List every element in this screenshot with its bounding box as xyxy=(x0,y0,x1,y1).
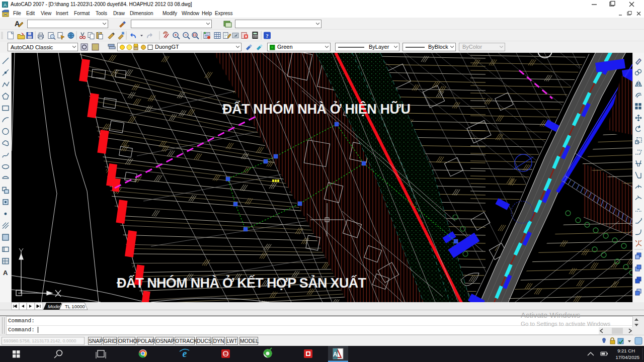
svg-text:ĐẤT NHÓM NHÀ Ở KẾT HỢP SẢN XUẤ: ĐẤT NHÓM NHÀ Ở KẾT HỢP SẢN XUẤT xyxy=(117,275,367,291)
svg-text:ĐẤT NHÓM NHÀ Ở HIỆN HỮU: ĐẤT NHÓM NHÀ Ở HIỆN HỮU xyxy=(222,101,411,117)
svg-text:TL 10000: TL 10000 xyxy=(65,304,85,309)
svg-text:A: A xyxy=(3,269,8,277)
svg-text:17/04/2025: 17/04/2025 xyxy=(615,354,639,360)
svg-text:Model: Model xyxy=(48,304,61,309)
svg-text:?: ? xyxy=(266,33,269,39)
svg-text:A: A xyxy=(333,351,338,358)
svg-text:A: A xyxy=(4,3,7,8)
svg-text:9:21 CH: 9:21 CH xyxy=(617,348,635,353)
